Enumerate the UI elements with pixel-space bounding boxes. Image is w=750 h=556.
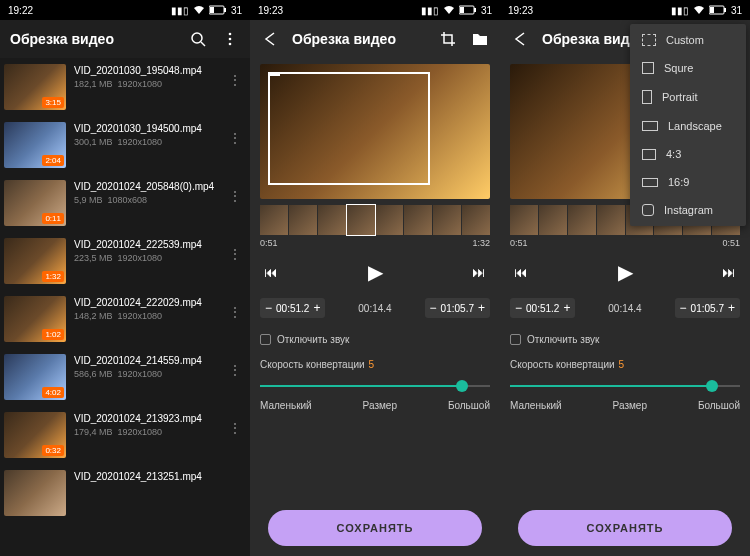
play-controls: ⏮ ▶ ⏭ <box>510 260 740 284</box>
signal-icon: ▮▮▯ <box>421 5 439 16</box>
row-menu-icon[interactable]: ⋮ <box>224 180 246 212</box>
play-icon[interactable]: ▶ <box>618 260 633 284</box>
mute-checkbox[interactable] <box>260 334 271 345</box>
slider-thumb[interactable] <box>456 380 468 392</box>
video-thumb: 0:32 <box>4 412 66 458</box>
crop-option-square[interactable]: Squre <box>630 54 746 82</box>
size-mid-label: Размер <box>363 400 397 411</box>
video-meta: 179,4 MB 1920x1080 <box>74 427 216 437</box>
svg-rect-10 <box>460 7 464 13</box>
editor-body: 0:51 1:32 ⏮ ▶ ⏭ −00:51.2+ 00:14.4 −01:05… <box>250 64 500 411</box>
size-labels: Маленький Размер Большой <box>510 400 740 411</box>
duration-badge: 3:15 <box>42 97 64 108</box>
list-item[interactable]: VID_20201024_213251.mp4 <box>0 464 250 522</box>
trim-right[interactable]: −01:05.7+ <box>675 298 740 318</box>
mute-label: Отключить звук <box>277 334 349 345</box>
mute-row[interactable]: Отключить звук <box>260 334 490 345</box>
minus-icon[interactable]: − <box>430 301 437 315</box>
back-icon[interactable] <box>260 29 280 49</box>
row-menu-icon[interactable]: ⋮ <box>224 122 246 154</box>
row-menu-icon[interactable]: ⋮ <box>224 64 246 96</box>
crop-option-landscape[interactable]: Landscape <box>630 112 746 140</box>
list-item[interactable]: 2:04 VID_20201030_194500.mp4 300,1 MB 19… <box>0 116 250 174</box>
video-thumb <box>4 470 66 516</box>
minus-icon[interactable]: − <box>265 301 272 315</box>
speed-value: 5 <box>369 359 375 370</box>
skip-start-icon[interactable]: ⏮ <box>514 264 528 280</box>
battery-pct: 31 <box>731 5 742 16</box>
crop-option-portrait[interactable]: Portrait <box>630 82 746 112</box>
video-filename: VID_20201024_214559.mp4 <box>74 354 216 367</box>
video-info: VID_20201030_194500.mp4 300,1 MB 1920x10… <box>74 122 216 147</box>
list-item[interactable]: 1:32 VID_20201024_222539.mp4 223,5 MB 19… <box>0 232 250 290</box>
row-menu-icon[interactable]: ⋮ <box>224 238 246 270</box>
skip-end-icon[interactable]: ⏭ <box>722 264 736 280</box>
list-item[interactable]: 0:11 VID_20201024_205848(0).mp4 5,9 MB 1… <box>0 174 250 232</box>
skip-start-icon[interactable]: ⏮ <box>264 264 278 280</box>
crop-option-4-3[interactable]: 4:3 <box>630 140 746 168</box>
duration-badge: 2:04 <box>42 155 64 166</box>
save-button[interactable]: СОХРАНЯТЬ <box>268 510 482 546</box>
trim-left[interactable]: −00:51.2+ <box>260 298 325 318</box>
timeline[interactable] <box>260 205 490 235</box>
video-info: VID_20201024_205848(0).mp4 5,9 MB 1080x6… <box>74 180 216 205</box>
trim-row: −00:51.2+ 00:14.4 −01:05.7+ <box>510 298 740 318</box>
svg-rect-1 <box>224 8 226 12</box>
crop-16-9-icon <box>642 178 658 187</box>
crop-frame[interactable] <box>268 72 430 185</box>
video-preview[interactable] <box>260 64 490 199</box>
status-icons: ▮▮▯ 31 <box>421 5 492 16</box>
speed-slider[interactable] <box>510 378 740 394</box>
plus-icon[interactable]: + <box>313 301 320 315</box>
plus-icon[interactable]: + <box>478 301 485 315</box>
speed-slider[interactable] <box>260 378 490 394</box>
plus-icon[interactable]: + <box>728 301 735 315</box>
play-icon[interactable]: ▶ <box>368 260 383 284</box>
status-time: 19:22 <box>8 5 33 16</box>
timeline-labels: 0:51 0:51 <box>510 238 740 248</box>
mute-checkbox[interactable] <box>510 334 521 345</box>
plus-icon[interactable]: + <box>563 301 570 315</box>
crop-icon[interactable] <box>438 29 458 49</box>
svg-rect-2 <box>210 7 214 13</box>
crop-option-custom[interactable]: Custom <box>630 26 746 54</box>
skip-end-icon[interactable]: ⏭ <box>472 264 486 280</box>
back-icon[interactable] <box>510 29 530 49</box>
status-icons: ▮▮▯ 31 <box>671 5 742 16</box>
video-info: VID_20201024_213923.mp4 179,4 MB 1920x10… <box>74 412 216 437</box>
list-item[interactable]: 0:32 VID_20201024_213923.mp4 179,4 MB 19… <box>0 406 250 464</box>
duration-badge: 0:32 <box>42 445 64 456</box>
crop-option-instagram[interactable]: Instagram <box>630 196 746 224</box>
battery-pct: 31 <box>481 5 492 16</box>
video-meta: 300,1 MB 1920x1080 <box>74 137 216 147</box>
battery-icon <box>709 5 727 15</box>
list-item[interactable]: 1:02 VID_20201024_222029.mp4 148,2 MB 19… <box>0 290 250 348</box>
timeline-end: 0:51 <box>722 238 740 248</box>
svg-point-6 <box>229 38 232 41</box>
crop-instagram-icon <box>642 204 654 216</box>
minus-icon[interactable]: − <box>515 301 522 315</box>
trim-right[interactable]: −01:05.7+ <box>425 298 490 318</box>
crop-option-16-9[interactable]: 16:9 <box>630 168 746 196</box>
menu-icon[interactable] <box>220 29 240 49</box>
trim-row: −00:51.2+ 00:14.4 −01:05.7+ <box>260 298 490 318</box>
crop-portrait-icon <box>642 90 652 104</box>
row-menu-icon[interactable]: ⋮ <box>224 412 246 444</box>
row-menu-icon[interactable]: ⋮ <box>224 354 246 386</box>
folder-icon[interactable] <box>470 29 490 49</box>
row-menu-icon[interactable]: ⋮ <box>224 296 246 328</box>
save-button[interactable]: СОХРАНЯТЬ <box>518 510 732 546</box>
trim-left[interactable]: −00:51.2+ <box>510 298 575 318</box>
mute-row[interactable]: Отключить звук <box>510 334 740 345</box>
video-meta: 223,5 MB 1920x1080 <box>74 253 216 263</box>
list-item[interactable]: 4:02 VID_20201024_214559.mp4 586,6 MB 19… <box>0 348 250 406</box>
timeline-labels: 0:51 1:32 <box>260 238 490 248</box>
video-meta: 586,6 MB 1920x1080 <box>74 369 216 379</box>
minus-icon[interactable]: − <box>680 301 687 315</box>
search-icon[interactable] <box>188 29 208 49</box>
slider-thumb[interactable] <box>706 380 718 392</box>
list-item[interactable]: 3:15 VID_20201030_195048.mp4 182,1 MB 19… <box>0 58 250 116</box>
battery-pct: 31 <box>231 5 242 16</box>
video-filename: VID_20201030_194500.mp4 <box>74 122 216 135</box>
video-thumb: 2:04 <box>4 122 66 168</box>
